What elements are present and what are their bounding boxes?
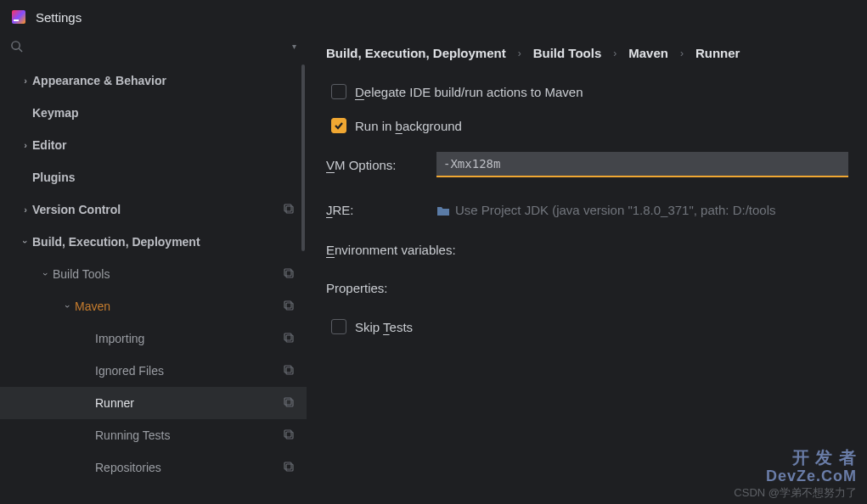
- sidebar: ▾ ›Appearance & Behavior Keymap ›Editor …: [0, 34, 307, 504]
- runbg-label: Run in background: [355, 119, 462, 133]
- svg-rect-7: [284, 269, 291, 276]
- scope-icon: [283, 300, 295, 314]
- skip-tests-row[interactable]: Skip Tests: [331, 319, 848, 334]
- search-input[interactable]: [28, 39, 287, 53]
- crumb-tools[interactable]: Build Tools: [533, 46, 602, 60]
- tree-item-ignored[interactable]: Ignored Files: [0, 355, 307, 387]
- jre-label: JRE:: [326, 203, 436, 217]
- watermark-csdn: CSDN @学弟不想努力了: [734, 485, 857, 501]
- content-pane: Build, Execution, Deployment › Build Too…: [307, 34, 867, 504]
- tree-item-buildtools[interactable]: ›Build Tools: [0, 258, 307, 290]
- title-bar: Settings: [0, 0, 867, 34]
- tree-item-editor[interactable]: ›Editor: [0, 129, 307, 161]
- folder-icon: [436, 204, 450, 216]
- jre-row: JRE: Use Project JDK (java version "1.8.…: [326, 203, 848, 217]
- crumb-maven[interactable]: Maven: [628, 46, 668, 60]
- chevron-down-icon: ›: [63, 300, 73, 313]
- jre-value-text: Use Project JDK (java version "1.8.0_371…: [455, 203, 776, 217]
- scope-icon: [283, 203, 295, 217]
- jre-dropdown[interactable]: Use Project JDK (java version "1.8.0_371…: [436, 203, 848, 217]
- svg-rect-13: [284, 366, 291, 372]
- scope-icon: [283, 364, 295, 378]
- chevron-down-icon: ›: [41, 267, 51, 281]
- window-title: Settings: [36, 10, 82, 25]
- svg-rect-1: [12, 10, 25, 24]
- dropdown-caret-icon[interactable]: ▾: [292, 42, 296, 51]
- breadcrumb: Build, Execution, Deployment › Build Too…: [326, 34, 848, 84]
- tree-item-appearance[interactable]: ›Appearance & Behavior: [0, 64, 307, 97]
- svg-rect-2: [14, 20, 19, 21]
- chevron-right-icon: ›: [680, 48, 684, 59]
- svg-rect-11: [284, 333, 291, 340]
- search-row: ▾: [0, 34, 307, 61]
- svg-rect-18: [286, 432, 293, 439]
- chevron-down-icon: ›: [20, 235, 31, 249]
- scope-icon: [283, 267, 295, 282]
- svg-rect-12: [286, 335, 293, 342]
- tree-item-runningtests[interactable]: Running Tests: [0, 419, 307, 451]
- svg-line-4: [19, 48, 22, 52]
- crumb-runner[interactable]: Runner: [695, 46, 740, 60]
- tree-item-runner[interactable]: Runner: [0, 387, 307, 419]
- svg-rect-14: [286, 367, 293, 374]
- svg-point-3: [12, 41, 20, 48]
- tree-item-plugins[interactable]: Plugins: [0, 161, 307, 193]
- tree-item-vcs[interactable]: ›Version Control: [0, 193, 307, 226]
- properties-label: Properties:: [326, 281, 848, 295]
- svg-rect-10: [286, 303, 293, 310]
- chevron-right-icon: ›: [19, 140, 32, 150]
- intellij-icon: [10, 8, 27, 25]
- svg-rect-6: [286, 206, 293, 213]
- runbg-checkbox-row[interactable]: Run in background: [331, 118, 848, 133]
- tree-item-build[interactable]: ›Build, Execution, Deployment: [0, 226, 307, 258]
- tree-item-maven[interactable]: ›Maven: [0, 290, 307, 322]
- vm-options-row: VM Options:: [326, 152, 848, 177]
- svg-rect-9: [284, 301, 291, 308]
- checkbox-unchecked-icon[interactable]: [331, 84, 346, 99]
- env-vars-label: Environment variables:: [326, 243, 848, 257]
- tree-item-repositories[interactable]: Repositories: [0, 451, 307, 484]
- delegate-checkbox-row[interactable]: Delegate IDE build/run actions to Maven: [331, 84, 848, 99]
- skip-tests-label: Skip Tests: [355, 320, 413, 334]
- scope-icon: [283, 396, 295, 411]
- delegate-label: Delegate IDE build/run actions to Maven: [355, 85, 583, 99]
- tree-item-importing[interactable]: Importing: [0, 322, 307, 355]
- scope-icon: [283, 461, 295, 475]
- checkbox-unchecked-icon[interactable]: [331, 319, 346, 334]
- chevron-right-icon: ›: [613, 48, 616, 59]
- svg-rect-17: [284, 430, 291, 437]
- chevron-right-icon: ›: [518, 48, 521, 59]
- vm-options-input[interactable]: [436, 152, 848, 177]
- svg-rect-19: [284, 462, 291, 469]
- checkbox-checked-icon[interactable]: [331, 118, 346, 133]
- svg-rect-20: [286, 464, 293, 471]
- scope-icon: [283, 332, 295, 346]
- search-icon: [10, 40, 23, 53]
- scope-icon: [283, 428, 295, 443]
- settings-tree: ›Appearance & Behavior Keymap ›Editor Pl…: [0, 61, 307, 504]
- watermark: 开 发 者 DevZe.CoM: [766, 448, 857, 485]
- svg-rect-16: [286, 400, 293, 406]
- tree-item-keymap[interactable]: Keymap: [0, 97, 307, 129]
- svg-rect-5: [284, 204, 291, 211]
- chevron-right-icon: ›: [19, 76, 32, 86]
- chevron-right-icon: ›: [19, 204, 32, 215]
- svg-rect-15: [284, 398, 291, 405]
- svg-rect-8: [286, 271, 293, 277]
- crumb-build[interactable]: Build, Execution, Deployment: [326, 46, 506, 60]
- vm-options-label: VM Options:: [326, 158, 436, 172]
